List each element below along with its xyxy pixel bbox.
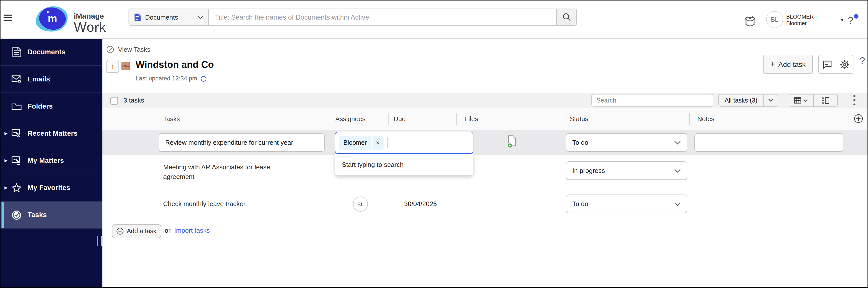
column-header-due[interactable]: Due bbox=[394, 108, 406, 130]
search-scope-label: Documents bbox=[145, 13, 194, 21]
add-column-button[interactable] bbox=[854, 114, 863, 123]
task-search-input[interactable] bbox=[591, 94, 713, 107]
sidebar-item-recent-matters[interactable]: ▶ Recent Matters bbox=[0, 120, 102, 147]
whats-new-icon[interactable] bbox=[744, 15, 756, 27]
global-search-bar: Documents bbox=[128, 8, 577, 26]
select-all-checkbox[interactable] bbox=[111, 97, 118, 105]
add-a-task-button[interactable]: Add a task bbox=[112, 224, 161, 238]
table-header: Tasks Assignees Due Files Status Notes bbox=[102, 108, 868, 130]
user-name: BLOOMER | Bloomer bbox=[786, 13, 817, 27]
view-tasks-icon bbox=[106, 46, 114, 53]
expand-arrow-icon[interactable]: ▶ bbox=[0, 185, 11, 190]
search-scope-dropdown[interactable]: Documents bbox=[128, 8, 209, 26]
settings-button[interactable] bbox=[836, 55, 853, 74]
chevron-down-icon bbox=[198, 15, 203, 19]
last-updated-text: Last updated 12:34 pm bbox=[135, 75, 197, 82]
expand-arrow-icon[interactable]: ▶ bbox=[0, 131, 11, 136]
user-avatar[interactable]: BL bbox=[766, 11, 783, 28]
notes-input[interactable] bbox=[694, 133, 843, 152]
help-icon[interactable]: ? bbox=[848, 15, 853, 26]
import-tasks-link[interactable]: Import tasks bbox=[174, 227, 210, 234]
email-icon bbox=[11, 74, 22, 84]
sidebar-item-tasks[interactable]: Tasks bbox=[0, 202, 102, 229]
status-select[interactable]: In progress bbox=[566, 161, 687, 180]
assignee-avatar[interactable]: BL bbox=[353, 197, 368, 211]
sidebar-item-folders[interactable]: Folders bbox=[0, 93, 102, 120]
sidebar-item-label: Tasks bbox=[28, 211, 47, 219]
column-header-tasks[interactable]: Tasks bbox=[163, 108, 180, 130]
table-view-button[interactable] bbox=[789, 94, 813, 106]
main-content: View Tasks ↑ Windston and Co Last update… bbox=[102, 39, 868, 287]
task-title[interactable]: Meeting with AR Associates for lease agr… bbox=[163, 162, 294, 181]
view-switcher bbox=[789, 94, 838, 107]
more-options-icon[interactable] bbox=[851, 94, 858, 106]
file-add-icon bbox=[507, 135, 517, 149]
sidebar-item-my-favorites[interactable]: ▶ My Favorites bbox=[0, 174, 102, 202]
search-input[interactable] bbox=[209, 8, 557, 26]
task-title-input[interactable] bbox=[159, 133, 325, 152]
assignee-suggestion-dropdown[interactable]: Start typing to search bbox=[335, 154, 473, 175]
chevron-down-icon bbox=[674, 202, 681, 206]
column-header-status[interactable]: Status bbox=[570, 108, 588, 130]
status-value: To do bbox=[572, 200, 588, 208]
page-title: Windston and Co bbox=[135, 59, 214, 70]
assignee-chip: Bloomer × bbox=[339, 136, 383, 149]
plus-circle-icon bbox=[117, 228, 124, 235]
side-panel-icon bbox=[822, 97, 829, 104]
top-bar: m iManage Work Documents BL bbox=[0, 0, 868, 39]
sidebar-item-documents[interactable]: Documents bbox=[0, 39, 102, 66]
assignee-input[interactable]: Bloomer × bbox=[335, 132, 473, 154]
sidebar-item-label: Emails bbox=[28, 76, 50, 83]
star-icon bbox=[11, 183, 22, 193]
chip-remove-icon[interactable]: × bbox=[372, 136, 383, 149]
column-header-assignees[interactable]: Assignees bbox=[335, 108, 366, 130]
sidebar-item-label: My Matters bbox=[28, 157, 64, 164]
table-row[interactable]: Check monthly leave tracker. BL 30/04/20… bbox=[102, 190, 868, 218]
sidebar-resize-handle[interactable] bbox=[97, 236, 98, 246]
table-view-icon bbox=[795, 97, 802, 104]
assignee-chip-label: Bloomer bbox=[339, 136, 371, 149]
header-icon-group bbox=[818, 55, 854, 74]
plus-circle-icon bbox=[854, 114, 863, 123]
my-matters-icon bbox=[11, 155, 22, 166]
task-filter-dropdown[interactable]: All tasks (3) bbox=[718, 94, 778, 107]
hamburger-menu-icon[interactable] bbox=[3, 15, 12, 21]
column-header-files[interactable]: Files bbox=[464, 108, 478, 130]
search-icon bbox=[562, 12, 571, 22]
navigate-up-button[interactable]: ↑ bbox=[106, 60, 119, 73]
column-header-notes[interactable]: Notes bbox=[697, 108, 714, 130]
last-updated: Last updated 12:34 pm bbox=[135, 75, 207, 82]
notification-dot bbox=[854, 14, 859, 19]
breadcrumb: View Tasks bbox=[106, 46, 150, 53]
sidebar-item-emails[interactable]: Emails bbox=[0, 66, 102, 93]
task-title[interactable]: Check monthly leave tracker. bbox=[163, 199, 304, 209]
comments-button[interactable] bbox=[819, 55, 836, 74]
side-panel-view-button[interactable] bbox=[813, 94, 837, 106]
chevron-down-icon bbox=[674, 169, 681, 173]
user-menu-caret-icon[interactable]: ▾ bbox=[841, 17, 843, 23]
search-submit-button[interactable] bbox=[557, 8, 577, 26]
status-select[interactable]: To do bbox=[566, 133, 687, 152]
sidebar-item-label: Documents bbox=[28, 48, 65, 56]
chevron-down-icon bbox=[763, 94, 778, 106]
page-help-icon[interactable]: ? bbox=[860, 55, 865, 67]
add-task-button[interactable]: + Add task bbox=[763, 55, 813, 74]
dropdown-hint: Start typing to search bbox=[342, 161, 404, 168]
due-date[interactable]: 30/04/2025 bbox=[404, 200, 437, 208]
attach-file-button[interactable] bbox=[507, 135, 517, 149]
status-value: To do bbox=[572, 139, 588, 146]
tasks-toolbar: 3 tasks All tasks (3) bbox=[102, 93, 868, 108]
user-name-line1: BLOOMER | bbox=[786, 13, 817, 20]
status-select[interactable]: To do bbox=[566, 195, 687, 213]
task-filter-label: All tasks (3) bbox=[719, 94, 763, 106]
panel-resize-handle[interactable] bbox=[101, 236, 102, 246]
document-icon bbox=[11, 47, 22, 57]
sidebar-item-my-matters[interactable]: ▶ My Matters bbox=[0, 147, 102, 174]
expand-arrow-icon[interactable]: ▶ bbox=[0, 158, 11, 163]
refresh-icon[interactable] bbox=[200, 75, 207, 82]
matter-icon bbox=[122, 62, 130, 70]
table-row[interactable]: Meeting with AR Associates for lease agr… bbox=[102, 155, 868, 191]
task-count: 3 tasks bbox=[124, 96, 144, 104]
logo-letter: m bbox=[39, 7, 66, 30]
table-row[interactable]: Bloomer × To do bbox=[102, 130, 868, 155]
